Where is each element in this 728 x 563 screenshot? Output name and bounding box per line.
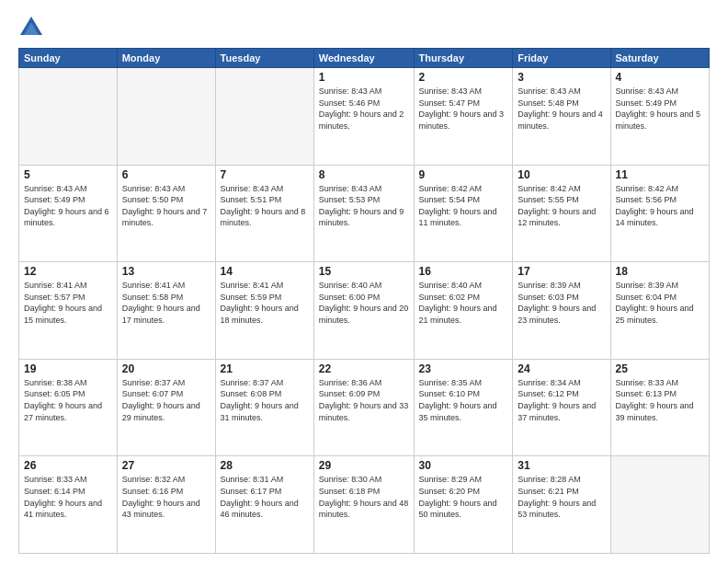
day-number: 3 — [518, 71, 605, 84]
day-info: Sunrise: 8:43 AMSunset: 5:47 PMDaylight:… — [419, 86, 508, 132]
day-info: Sunrise: 8:42 AMSunset: 5:56 PMDaylight:… — [616, 183, 705, 229]
day-number: 11 — [616, 168, 705, 181]
day-info: Sunrise: 8:42 AMSunset: 5:55 PMDaylight:… — [518, 183, 605, 229]
day-number: 30 — [419, 459, 508, 472]
day-info: Sunrise: 8:41 AMSunset: 5:59 PMDaylight:… — [221, 280, 309, 326]
calendar-header-row: SundayMondayTuesdayWednesdayThursdayFrid… — [19, 49, 710, 68]
day-number: 31 — [518, 459, 605, 472]
day-number: 20 — [122, 362, 210, 375]
day-number: 21 — [221, 362, 309, 375]
day-number: 16 — [419, 265, 508, 278]
calendar-cell: 10Sunrise: 8:42 AMSunset: 5:55 PMDayligh… — [513, 165, 610, 262]
calendar: SundayMondayTuesdayWednesdayThursdayFrid… — [18, 48, 710, 554]
calendar-cell: 3Sunrise: 8:43 AMSunset: 5:48 PMDaylight… — [513, 68, 610, 166]
day-number: 26 — [24, 459, 112, 472]
day-info: Sunrise: 8:28 AMSunset: 6:21 PMDaylight:… — [518, 474, 605, 520]
calendar-cell — [215, 68, 313, 166]
day-number: 27 — [122, 459, 210, 472]
calendar-cell: 8Sunrise: 8:43 AMSunset: 5:53 PMDaylight… — [313, 165, 414, 262]
logo — [18, 15, 48, 40]
calendar-cell: 31Sunrise: 8:28 AMSunset: 6:21 PMDayligh… — [513, 456, 610, 554]
day-info: Sunrise: 8:43 AMSunset: 5:49 PMDaylight:… — [616, 86, 705, 132]
day-info: Sunrise: 8:37 AMSunset: 6:07 PMDaylight:… — [122, 377, 210, 423]
calendar-cell: 9Sunrise: 8:42 AMSunset: 5:54 PMDaylight… — [414, 165, 513, 262]
calendar-cell: 6Sunrise: 8:43 AMSunset: 5:50 PMDaylight… — [117, 165, 215, 262]
calendar-cell: 22Sunrise: 8:36 AMSunset: 6:09 PMDayligh… — [313, 359, 414, 456]
day-number: 25 — [616, 362, 705, 375]
day-number: 7 — [221, 168, 309, 181]
calendar-cell: 18Sunrise: 8:39 AMSunset: 6:04 PMDayligh… — [610, 262, 710, 360]
day-number: 17 — [518, 265, 605, 278]
day-number: 14 — [221, 265, 309, 278]
calendar-cell: 1Sunrise: 8:43 AMSunset: 5:46 PMDaylight… — [313, 68, 414, 166]
calendar-cell: 24Sunrise: 8:34 AMSunset: 6:12 PMDayligh… — [513, 359, 610, 456]
day-info: Sunrise: 8:43 AMSunset: 5:50 PMDaylight:… — [122, 183, 210, 229]
calendar-cell: 15Sunrise: 8:40 AMSunset: 6:00 PMDayligh… — [313, 262, 414, 360]
day-number: 24 — [518, 362, 605, 375]
calendar-week-row: 5Sunrise: 8:43 AMSunset: 5:49 PMDaylight… — [19, 165, 710, 262]
day-number: 6 — [122, 168, 210, 181]
calendar-cell: 21Sunrise: 8:37 AMSunset: 6:08 PMDayligh… — [215, 359, 313, 456]
day-info: Sunrise: 8:33 AMSunset: 6:14 PMDaylight:… — [24, 474, 112, 520]
day-number: 23 — [419, 362, 508, 375]
day-number: 2 — [419, 71, 508, 84]
day-info: Sunrise: 8:38 AMSunset: 6:05 PMDaylight:… — [24, 377, 112, 423]
day-info: Sunrise: 8:29 AMSunset: 6:20 PMDaylight:… — [419, 474, 508, 520]
calendar-day-header: Monday — [117, 49, 215, 68]
calendar-cell: 16Sunrise: 8:40 AMSunset: 6:02 PMDayligh… — [414, 262, 513, 360]
calendar-cell: 19Sunrise: 8:38 AMSunset: 6:05 PMDayligh… — [19, 359, 118, 456]
calendar-week-row: 1Sunrise: 8:43 AMSunset: 5:46 PMDaylight… — [19, 68, 710, 166]
header — [18, 15, 710, 40]
day-number: 8 — [319, 168, 409, 181]
calendar-cell: 20Sunrise: 8:37 AMSunset: 6:07 PMDayligh… — [117, 359, 215, 456]
day-info: Sunrise: 8:43 AMSunset: 5:51 PMDaylight:… — [221, 183, 309, 229]
calendar-cell: 12Sunrise: 8:41 AMSunset: 5:57 PMDayligh… — [19, 262, 118, 360]
day-info: Sunrise: 8:34 AMSunset: 6:12 PMDaylight:… — [518, 377, 605, 423]
day-info: Sunrise: 8:31 AMSunset: 6:17 PMDaylight:… — [221, 474, 309, 520]
calendar-cell — [610, 456, 710, 554]
calendar-cell: 30Sunrise: 8:29 AMSunset: 6:20 PMDayligh… — [414, 456, 513, 554]
day-info: Sunrise: 8:35 AMSunset: 6:10 PMDaylight:… — [419, 377, 508, 423]
day-info: Sunrise: 8:36 AMSunset: 6:09 PMDaylight:… — [319, 377, 409, 423]
calendar-day-header: Saturday — [610, 49, 710, 68]
day-info: Sunrise: 8:39 AMSunset: 6:04 PMDaylight:… — [616, 280, 705, 326]
calendar-cell: 27Sunrise: 8:32 AMSunset: 6:16 PMDayligh… — [117, 456, 215, 554]
calendar-cell: 17Sunrise: 8:39 AMSunset: 6:03 PMDayligh… — [513, 262, 610, 360]
day-number: 10 — [518, 168, 605, 181]
day-info: Sunrise: 8:40 AMSunset: 6:02 PMDaylight:… — [419, 280, 508, 326]
page: SundayMondayTuesdayWednesdayThursdayFrid… — [0, 0, 728, 563]
day-number: 9 — [419, 168, 508, 181]
day-number: 18 — [616, 265, 705, 278]
day-info: Sunrise: 8:43 AMSunset: 5:53 PMDaylight:… — [319, 183, 409, 229]
calendar-week-row: 26Sunrise: 8:33 AMSunset: 6:14 PMDayligh… — [19, 456, 710, 554]
calendar-cell: 25Sunrise: 8:33 AMSunset: 6:13 PMDayligh… — [610, 359, 710, 456]
day-info: Sunrise: 8:41 AMSunset: 5:58 PMDaylight:… — [122, 280, 210, 326]
day-info: Sunrise: 8:37 AMSunset: 6:08 PMDaylight:… — [221, 377, 309, 423]
calendar-cell: 4Sunrise: 8:43 AMSunset: 5:49 PMDaylight… — [610, 68, 710, 166]
calendar-day-header: Tuesday — [215, 49, 313, 68]
day-info: Sunrise: 8:43 AMSunset: 5:49 PMDaylight:… — [24, 183, 112, 229]
calendar-day-header: Sunday — [19, 49, 118, 68]
calendar-cell: 26Sunrise: 8:33 AMSunset: 6:14 PMDayligh… — [19, 456, 118, 554]
day-info: Sunrise: 8:40 AMSunset: 6:00 PMDaylight:… — [319, 280, 409, 326]
day-number: 5 — [24, 168, 112, 181]
calendar-cell: 7Sunrise: 8:43 AMSunset: 5:51 PMDaylight… — [215, 165, 313, 262]
calendar-cell: 23Sunrise: 8:35 AMSunset: 6:10 PMDayligh… — [414, 359, 513, 456]
day-info: Sunrise: 8:43 AMSunset: 5:46 PMDaylight:… — [319, 86, 409, 132]
day-info: Sunrise: 8:41 AMSunset: 5:57 PMDaylight:… — [24, 280, 112, 326]
day-info: Sunrise: 8:32 AMSunset: 6:16 PMDaylight:… — [122, 474, 210, 520]
calendar-cell: 28Sunrise: 8:31 AMSunset: 6:17 PMDayligh… — [215, 456, 313, 554]
day-info: Sunrise: 8:30 AMSunset: 6:18 PMDaylight:… — [319, 474, 409, 520]
calendar-week-row: 19Sunrise: 8:38 AMSunset: 6:05 PMDayligh… — [19, 359, 710, 456]
logo-icon — [18, 15, 44, 40]
day-number: 13 — [122, 265, 210, 278]
day-number: 1 — [319, 71, 409, 84]
day-number: 4 — [616, 71, 705, 84]
calendar-cell — [117, 68, 215, 166]
calendar-cell: 29Sunrise: 8:30 AMSunset: 6:18 PMDayligh… — [313, 456, 414, 554]
calendar-day-header: Wednesday — [313, 49, 414, 68]
day-number: 22 — [319, 362, 409, 375]
day-info: Sunrise: 8:39 AMSunset: 6:03 PMDaylight:… — [518, 280, 605, 326]
day-number: 19 — [24, 362, 112, 375]
day-number: 29 — [319, 459, 409, 472]
